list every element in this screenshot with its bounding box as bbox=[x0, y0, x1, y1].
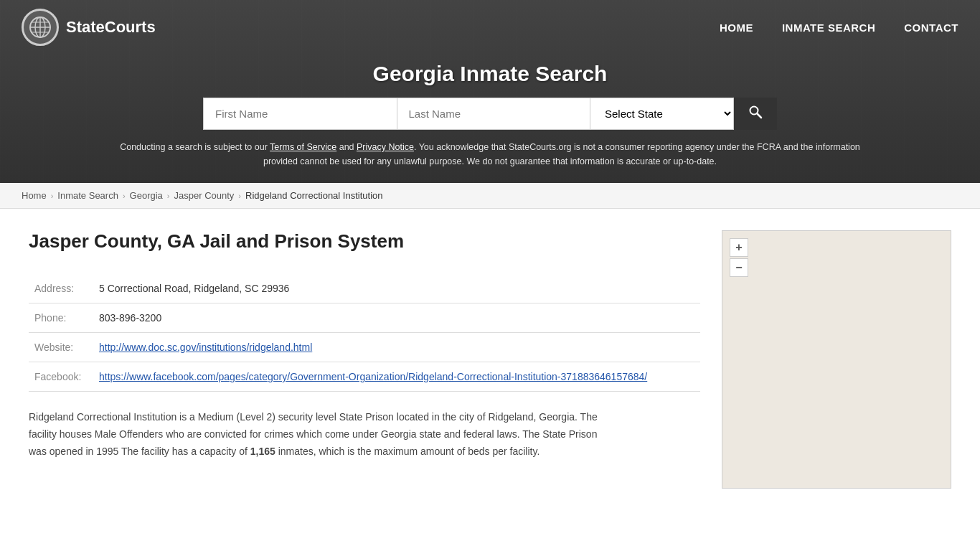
info-table: Address: 5 Correctional Road, Ridgeland,… bbox=[29, 274, 700, 392]
first-name-input[interactable] bbox=[203, 98, 397, 130]
breadcrumb-home[interactable]: Home bbox=[22, 190, 47, 201]
map-zoom-in[interactable]: + bbox=[730, 238, 748, 257]
logo-icon bbox=[22, 9, 59, 46]
map-container: + − Correctional bbox=[722, 230, 951, 489]
logo-text: StateCourts bbox=[66, 18, 156, 37]
last-name-input[interactable] bbox=[397, 98, 591, 130]
breadcrumb-sep-3: › bbox=[167, 192, 170, 200]
breadcrumb-current: Ridgeland Correctional Institution bbox=[245, 190, 383, 201]
map-section: + − Correctional bbox=[722, 230, 951, 489]
phone-row: Phone: 803-896-3200 bbox=[29, 303, 700, 333]
disclaimer-text-between: and bbox=[336, 142, 357, 152]
breadcrumb-sep-1: › bbox=[51, 192, 54, 200]
search-bar: Select State Alabama Alaska Georgia Sout… bbox=[203, 98, 777, 130]
site-header: StateCourts HOME INMATE SEARCH CONTACT G… bbox=[0, 0, 980, 183]
privacy-link[interactable]: Privacy Notice bbox=[357, 142, 414, 152]
search-area: Georgia Inmate Search Select State Alaba… bbox=[0, 55, 980, 183]
info-section: Jasper County, GA Jail and Prison System… bbox=[29, 230, 700, 489]
map-zoom-out[interactable]: − bbox=[730, 258, 748, 277]
state-select[interactable]: Select State Alabama Alaska Georgia Sout… bbox=[590, 98, 734, 130]
address-label: Address: bbox=[29, 274, 93, 303]
breadcrumb-inmate-search[interactable]: Inmate Search bbox=[57, 190, 118, 201]
address-row: Address: 5 Correctional Road, Ridgeland,… bbox=[29, 274, 700, 303]
description: Ridgeland Correctional Institution is a … bbox=[29, 409, 617, 460]
description-end: inmates, which is the maximum amount of … bbox=[275, 446, 540, 457]
nav-links: HOME INMATE SEARCH CONTACT bbox=[720, 22, 958, 34]
nav-contact[interactable]: CONTACT bbox=[904, 22, 958, 34]
breadcrumb-sep-4: › bbox=[238, 192, 241, 200]
navbar: StateCourts HOME INMATE SEARCH CONTACT bbox=[0, 0, 980, 55]
search-icon bbox=[748, 105, 763, 123]
breadcrumb-jasper-county[interactable]: Jasper County bbox=[174, 190, 235, 201]
facebook-label: Facebook: bbox=[29, 362, 93, 392]
breadcrumb-georgia[interactable]: Georgia bbox=[130, 190, 163, 201]
facebook-value: https://www.facebook.com/pages/category/… bbox=[93, 362, 700, 392]
main-content: Jasper County, GA Jail and Prison System… bbox=[0, 209, 980, 510]
website-link[interactable]: http://www.doc.sc.gov/institutions/ridge… bbox=[99, 342, 312, 353]
search-button[interactable] bbox=[734, 98, 777, 130]
header-content: StateCourts HOME INMATE SEARCH CONTACT G… bbox=[0, 0, 980, 183]
disclaimer: Conducting a search is subject to our Te… bbox=[95, 140, 885, 169]
website-value: http://www.doc.sc.gov/institutions/ridge… bbox=[93, 333, 700, 362]
institution-heading: Jasper County, GA Jail and Prison System bbox=[29, 230, 700, 253]
logo-link[interactable]: StateCourts bbox=[22, 9, 156, 46]
facebook-link[interactable]: https://www.facebook.com/pages/category/… bbox=[99, 371, 647, 382]
page-title: Georgia Inmate Search bbox=[14, 62, 966, 86]
nav-home[interactable]: HOME bbox=[720, 22, 753, 34]
terms-link[interactable]: Terms of Service bbox=[270, 142, 336, 152]
website-row: Website: http://www.doc.sc.gov/instituti… bbox=[29, 333, 700, 362]
map-controls: + − bbox=[730, 238, 748, 277]
breadcrumb: Home › Inmate Search › Georgia › Jasper … bbox=[0, 183, 980, 209]
phone-value: 803-896-3200 bbox=[93, 303, 700, 333]
breadcrumb-sep-2: › bbox=[123, 192, 126, 200]
phone-label: Phone: bbox=[29, 303, 93, 333]
svg-line-7 bbox=[758, 114, 762, 118]
facebook-row: Facebook: https://www.facebook.com/pages… bbox=[29, 362, 700, 392]
disclaimer-text-before: Conducting a search is subject to our bbox=[120, 142, 270, 152]
map-background bbox=[722, 231, 951, 488]
nav-inmate-search[interactable]: INMATE SEARCH bbox=[782, 22, 875, 34]
capacity-value: 1,165 bbox=[250, 446, 275, 457]
address-value: 5 Correctional Road, Ridgeland, SC 29936 bbox=[93, 274, 700, 303]
website-label: Website: bbox=[29, 333, 93, 362]
